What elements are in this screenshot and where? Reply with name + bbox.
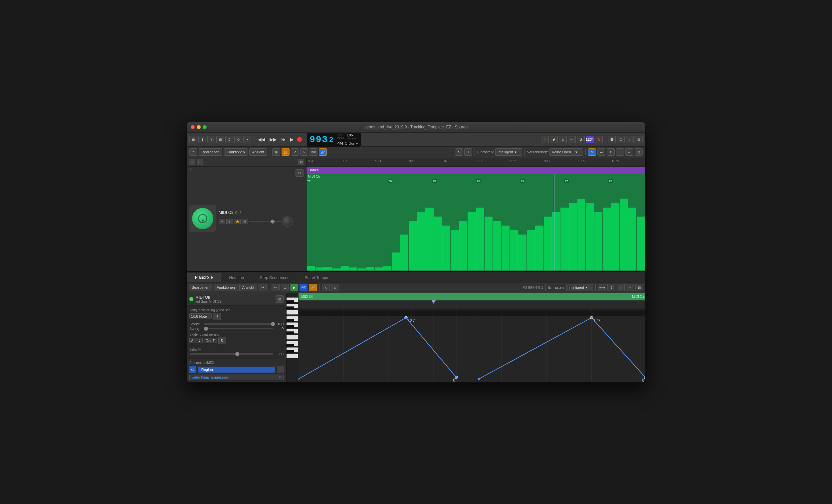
wave-icon[interactable]: ∿ [300, 149, 308, 156]
metronome-icon[interactable]: ⏲ [225, 136, 233, 143]
pr-einrasten-dropdown[interactable]: Intelligent ▾ [566, 284, 593, 291]
lock-button[interactable]: 🔒 [234, 219, 241, 224]
track-settings-icon[interactable]: ⊡ [295, 169, 304, 177]
arrow-icon[interactable]: ↗ [291, 149, 299, 156]
pr-funktionen-menu[interactable]: Funktionen [214, 284, 238, 291]
solo-button[interactable]: S [226, 219, 233, 224]
waveform-icon[interactable]: ≋ [588, 149, 596, 156]
view-icon[interactable]: ⊞ [189, 136, 197, 143]
resize-v-icon[interactable]: ⇕ [607, 149, 615, 156]
midi-btn-icon[interactable]: MID [310, 149, 317, 156]
arm-button[interactable]: R [242, 219, 248, 224]
help-icon[interactable]: ? [207, 136, 215, 143]
tab-smart-tempo[interactable]: Smart Tempo [296, 273, 336, 282]
ansicht-menu[interactable]: Ansicht [249, 149, 267, 156]
note-value-select[interactable]: 1/16 Note ⇕ [189, 313, 212, 319]
tab-notation[interactable]: Notation [221, 273, 252, 282]
quantize-q-button[interactable]: Q [213, 313, 221, 320]
pr-expand-icon[interactable]: ⊡ [635, 284, 643, 291]
svg-rect-9 [287, 354, 298, 358]
staerke-slider[interactable] [204, 323, 273, 325]
record-button[interactable] [296, 136, 303, 142]
bearbeiten-menu[interactable]: Bearbeiten [199, 149, 222, 156]
volume-slider[interactable] [249, 221, 281, 222]
arrow-lr-icon[interactable]: ↔ [625, 149, 633, 156]
back-arrow-icon[interactable]: ↰ [189, 149, 197, 156]
skala-q-button[interactable]: Q [218, 337, 226, 344]
pr-pencil-icon[interactable]: ✏ [271, 284, 280, 291]
timeline-icon[interactable]: ▤ [282, 149, 289, 156]
pr-resize-icon[interactable]: ⇤⇥ [598, 284, 606, 291]
skip-back-button[interactable]: ⏮ [280, 136, 288, 143]
arrow-up-icon[interactable]: ↑ [616, 149, 624, 156]
velocity-slider[interactable] [189, 353, 273, 355]
automation-type-dropdown[interactable]: Jeder Kanal: Expression ⇕ [189, 375, 284, 380]
link-icon[interactable]: 🔗 [319, 149, 327, 156]
midi-track-region: MIDI Oli 77 78 75 76 79 77 75 [307, 174, 645, 271]
staerke-row: Stärke 100 [189, 322, 284, 326]
scissors-icon[interactable]: ✂ [243, 136, 251, 143]
info-icon[interactable]: ℹ [198, 136, 206, 143]
add-midi-button[interactable]: +⊡ [197, 159, 203, 165]
pr-play-icon[interactable]: ▶ [290, 284, 298, 291]
tab-step-sequencer[interactable]: Step Sequencer [252, 273, 296, 282]
pr-ansicht-menu[interactable]: Ansicht [239, 284, 257, 291]
edit-icon[interactable]: ☐ [617, 136, 625, 143]
cursor-icon[interactable]: ↖ [455, 149, 463, 156]
photo-icon[interactable]: ⊙ [559, 136, 567, 143]
fastforward-button[interactable]: ▶▶ [268, 136, 279, 143]
bar-10 [383, 266, 391, 270]
pan-knob[interactable] [282, 216, 293, 227]
piano-keys: C3 [287, 293, 298, 382]
pr-midi-icon[interactable]: MID [300, 284, 308, 291]
pr-link-icon[interactable]: 🔗 [309, 284, 317, 291]
automation-power-icon[interactable]: ⏻ [189, 366, 196, 373]
automation-region-btn[interactable]: Region [198, 367, 275, 373]
plus-icon[interactable]: + [464, 149, 472, 156]
skala-dur-select[interactable]: Dur ⇕ [204, 338, 217, 343]
resize-h-icon[interactable]: ⇔ [597, 149, 605, 156]
search-icon[interactable]: ⌕ [626, 136, 634, 143]
pr-bearbeiten-menu[interactable]: Bearbeiten [189, 284, 212, 291]
pen-icon[interactable]: ✏ [568, 136, 576, 143]
pr-arrows-icon[interactable]: ⇄ [259, 284, 266, 291]
pr-track-expand[interactable]: ⊡ [276, 295, 284, 303]
play-button[interactable]: ▶ [289, 136, 295, 143]
library-icon[interactable]: ⊟ [635, 136, 643, 143]
magic-icon[interactable]: 1234 [586, 136, 594, 143]
list-view-icon[interactable]: ☰ [608, 136, 616, 143]
rewind-button[interactable]: ◀◀ [256, 136, 267, 143]
midi-icon[interactable]: ▤ [216, 136, 224, 143]
maximize-button[interactable] [203, 125, 207, 129]
einrasten-dropdown[interactable]: Intelligent ▾ [495, 149, 522, 156]
funktionen-menu[interactable]: Funktionen [224, 149, 248, 156]
cut-icon[interactable]: ⚡ [550, 136, 558, 143]
pr-arrow-up-icon[interactable]: ↑ [617, 284, 625, 291]
tab-pianorolle[interactable]: Pianorolle [187, 273, 221, 282]
mute-button[interactable]: M [219, 219, 225, 224]
pr-arrows-lr-icon[interactable]: ↔ [626, 284, 634, 291]
verschieben-dropdown[interactable]: Keine Überl... ▾ [549, 149, 583, 156]
svg-point-40 [478, 378, 480, 380]
pr-lasso-icon[interactable]: ⊙ [281, 284, 289, 291]
grid-icon[interactable]: ⊞ [272, 149, 280, 156]
track-expand-button[interactable]: ⊡ [298, 159, 304, 165]
automation-arrow-icon[interactable]: → [277, 366, 284, 373]
quantize-icon[interactable]: ⊹ [234, 136, 242, 143]
skalenquantisierung-label: Skalenquantisierung [189, 333, 284, 336]
title-bar: aeons_end_live_2019 9 - Tracking_Templat… [187, 122, 645, 133]
pr-resize-v-icon[interactable]: ⇕ [607, 284, 615, 291]
check-icon[interactable]: ✓ [541, 136, 549, 143]
pr-eraser-icon[interactable]: ◇ [331, 284, 339, 291]
close-button[interactable] [191, 125, 195, 129]
skala-aus-select[interactable]: Aus ⇕ [189, 338, 203, 343]
A-icon[interactable]: A [595, 136, 603, 143]
pr-note-grid[interactable] [298, 308, 645, 316]
tempo-dropdown-arrow[interactable]: ▾ [356, 141, 358, 146]
s-icon[interactable]: S [577, 136, 585, 143]
expand-icon[interactable]: ⊡ [635, 149, 643, 156]
minimize-button[interactable] [197, 125, 201, 129]
pr-cursor-icon[interactable]: ↖ [322, 284, 330, 291]
add-track-button[interactable]: + [189, 159, 196, 165]
swing-slider[interactable] [204, 328, 273, 329]
